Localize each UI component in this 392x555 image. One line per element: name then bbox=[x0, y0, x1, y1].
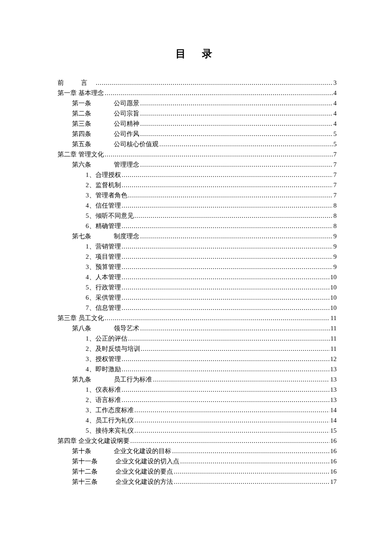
toc-page-number: 15 bbox=[330, 425, 337, 436]
toc-page-number: 14 bbox=[330, 415, 337, 425]
toc-article-text: 公司核心价值观 bbox=[114, 141, 159, 147]
toc-entry[interactable]: 第九条员工行为标准13 bbox=[58, 374, 337, 384]
toc-entry[interactable]: 5、倾听不同意见8 bbox=[58, 211, 337, 221]
toc-entry[interactable]: 第一章 基本理念4 bbox=[58, 88, 337, 98]
toc-entry-label: 1、仪表标准 bbox=[86, 384, 121, 395]
toc-entry[interactable]: 第四条公司作风5 bbox=[58, 129, 337, 139]
toc-entry[interactable]: 4、信任管理8 bbox=[58, 200, 337, 211]
toc-article-text: 企业文化建设的目标 bbox=[114, 448, 171, 454]
toc-leader-dots bbox=[174, 477, 329, 487]
toc-leader-dots bbox=[122, 272, 330, 282]
toc-entry[interactable]: 第三条公司精神4 bbox=[58, 119, 337, 129]
toc-entry[interactable]: 3、预算管理9 bbox=[58, 262, 337, 272]
toc-entry-label: 第六条管理理念 bbox=[72, 159, 139, 170]
toc-page-number: 11 bbox=[331, 313, 337, 323]
toc-page-number: 4 bbox=[334, 108, 337, 119]
toc-leader-dots bbox=[96, 78, 333, 88]
toc-entry[interactable]: 3、管理者角色7 bbox=[58, 190, 337, 200]
toc-page-number: 10 bbox=[330, 282, 337, 292]
toc-entry-label: 第三章 员工文化 bbox=[58, 313, 104, 323]
toc-entry[interactable]: 2、及时反馈与培训11 bbox=[58, 344, 337, 354]
toc-page-number: 13 bbox=[330, 384, 337, 395]
toc-entry[interactable]: 第十二条企业文化建设的要点16 bbox=[58, 466, 337, 477]
toc-article-number: 第一条 bbox=[72, 98, 98, 108]
toc-entry-label: 第十二条企业文化建设的要点 bbox=[72, 466, 173, 477]
toc-entry[interactable]: 5、行政管理10 bbox=[58, 282, 337, 292]
page-title: 目 录 bbox=[58, 47, 337, 61]
toc-entry[interactable]: 第八条领导艺术11 bbox=[58, 323, 337, 333]
toc-leader-dots bbox=[135, 415, 330, 425]
toc-page-number: 12 bbox=[330, 354, 337, 364]
toc-entry[interactable]: 4、即时激励13 bbox=[58, 364, 337, 374]
toc-leader-dots bbox=[172, 446, 329, 456]
toc-entry[interactable]: 第二条公司宗旨4 bbox=[58, 108, 337, 119]
toc-entry[interactable]: 第五条公司核心价值观5 bbox=[58, 139, 337, 149]
toc-entry-label: 4、即时激励 bbox=[86, 364, 121, 374]
toc-page-number: 7 bbox=[334, 190, 337, 200]
toc-entry[interactable]: 第四章 企业文化建设纲要16 bbox=[58, 436, 337, 446]
toc-entry[interactable]: 2、语言标准13 bbox=[58, 395, 337, 405]
toc-leader-dots bbox=[122, 282, 330, 292]
toc-entry[interactable]: 第十三条企业文化建设的方法17 bbox=[58, 477, 337, 487]
toc-entry[interactable]: 5、接待来宾礼仪15 bbox=[58, 425, 337, 436]
toc-entry[interactable]: 第十一条企业文化建设的切入点16 bbox=[58, 456, 337, 466]
toc-entry-label: 5、接待来宾礼仪 bbox=[86, 425, 134, 436]
toc-entry[interactable]: 2、项目管理9 bbox=[58, 251, 337, 262]
toc-page-number: 13 bbox=[330, 395, 337, 405]
toc-entry[interactable]: 2、监督机制7 bbox=[58, 180, 337, 190]
toc-entry[interactable]: 6、采供管理10 bbox=[58, 292, 337, 303]
toc-article-number: 第八条 bbox=[72, 323, 98, 333]
toc-page-number: 10 bbox=[330, 292, 337, 303]
toc-entry-label: 2、语言标准 bbox=[86, 395, 121, 405]
toc-page-number: 7 bbox=[334, 159, 337, 170]
toc-entry[interactable]: 1、合理授权7 bbox=[58, 170, 337, 180]
toc-entry[interactable]: 7、信息管理10 bbox=[58, 303, 337, 313]
toc-page-number: 7 bbox=[334, 170, 337, 180]
toc-entry[interactable]: 第三章 员工文化11 bbox=[58, 313, 337, 323]
toc-page-number: 4 bbox=[334, 88, 337, 98]
toc-entry-label: 3、预算管理 bbox=[86, 262, 121, 272]
toc-page-number: 9 bbox=[334, 262, 337, 272]
toc-article-text: 公司作风 bbox=[114, 130, 139, 137]
toc-entry[interactable]: 3、授权管理12 bbox=[58, 354, 337, 364]
toc-leader-dots bbox=[135, 425, 330, 436]
toc-entry-label: 第五条公司核心价值观 bbox=[72, 139, 159, 149]
toc-leader-dots bbox=[122, 262, 333, 272]
toc-leader-dots bbox=[180, 456, 329, 466]
toc-page-number: 16 bbox=[330, 446, 337, 456]
toc-leader-dots bbox=[140, 98, 333, 108]
toc-leader-dots bbox=[174, 466, 329, 477]
toc-leader-dots bbox=[153, 374, 329, 384]
toc-leader-dots bbox=[105, 313, 330, 323]
toc-page-number: 4 bbox=[334, 98, 337, 108]
toc-entry[interactable]: 1、仪表标准13 bbox=[58, 384, 337, 395]
toc-article-text: 员工行为标准 bbox=[114, 376, 152, 383]
toc-entry[interactable]: 4、人本管理10 bbox=[58, 272, 337, 282]
toc-entry[interactable]: 前 言3 bbox=[58, 78, 337, 88]
toc-page-number: 9 bbox=[334, 251, 337, 262]
toc-entry[interactable]: 第十条企业文化建设的目标16 bbox=[58, 446, 337, 456]
toc-entry[interactable]: 1、营销管理9 bbox=[58, 241, 337, 251]
toc-entry[interactable]: 第一条公司愿景4 bbox=[58, 98, 337, 108]
toc-entry-label: 第十条企业文化建设的目标 bbox=[72, 446, 171, 456]
toc-page-number: 7 bbox=[334, 180, 337, 190]
toc-page-number: 5 bbox=[334, 139, 337, 149]
toc-leader-dots bbox=[122, 395, 330, 405]
toc-entry[interactable]: 6、精确管理8 bbox=[58, 221, 337, 231]
toc-entry[interactable]: 3、工作态度标准14 bbox=[58, 405, 337, 415]
toc-page-number: 10 bbox=[330, 303, 337, 313]
toc-entry[interactable]: 第六条管理理念7 bbox=[58, 159, 337, 170]
toc-entry-label: 第二条公司宗旨 bbox=[72, 108, 139, 119]
toc-entry-label: 2、及时反馈与培训 bbox=[86, 344, 140, 354]
toc-entry[interactable]: 1、公正的评估11 bbox=[58, 333, 337, 344]
toc-entry[interactable]: 第二章 管理文化7 bbox=[58, 149, 337, 159]
toc-entry-label: 2、项目管理 bbox=[86, 251, 121, 262]
toc-entry[interactable]: 第七条制度理念9 bbox=[58, 231, 337, 241]
toc-leader-dots bbox=[105, 149, 333, 159]
toc-leader-dots bbox=[135, 211, 333, 221]
toc-article-number: 第十三条 bbox=[72, 477, 104, 487]
toc-entry-label: 4、信任管理 bbox=[86, 200, 121, 211]
toc-entry[interactable]: 4、员工行为礼仪14 bbox=[58, 415, 337, 425]
toc-page-number: 11 bbox=[331, 323, 337, 333]
toc-article-text: 公司宗旨 bbox=[114, 110, 139, 117]
